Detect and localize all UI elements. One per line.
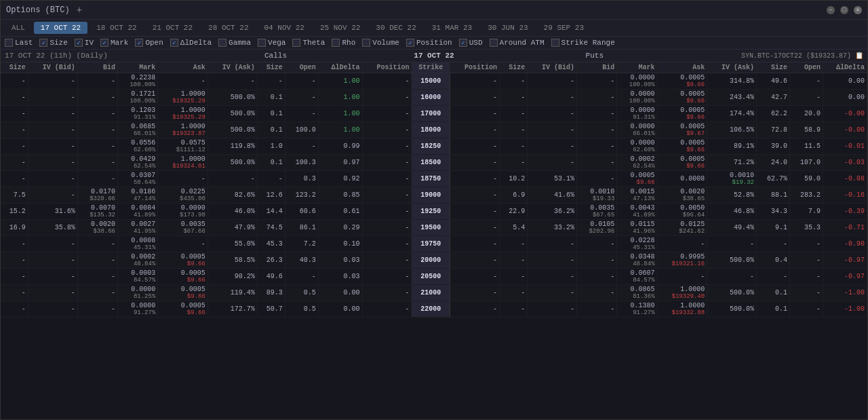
p-delta: -0.97 bbox=[823, 269, 867, 285]
p-iv-ask: 52.8% bbox=[707, 187, 757, 204]
tab-21oct22[interactable]: 21 OCT 22 bbox=[146, 22, 199, 34]
ctrl-position[interactable]: Position bbox=[406, 39, 452, 47]
ctrl-size[interactable]: Size bbox=[39, 39, 67, 47]
ctrl-volume[interactable]: Volume bbox=[362, 39, 399, 47]
around-atm-checkbox[interactable] bbox=[490, 39, 498, 47]
p-iv-ask: 106.5% bbox=[707, 122, 757, 138]
c-ask: 0.0225$435.00 bbox=[158, 187, 208, 204]
c-delta: 1.00 bbox=[318, 106, 362, 122]
table-row: - - - 0.068566.01% 1.0000$19323.87 500.0… bbox=[1, 122, 867, 138]
ctrl-mark[interactable]: Mark bbox=[100, 39, 128, 47]
ctrl-open[interactable]: Open bbox=[135, 39, 163, 47]
rho-checkbox[interactable] bbox=[332, 39, 340, 47]
strike-range-checkbox[interactable] bbox=[551, 39, 559, 47]
mark-checkbox[interactable] bbox=[100, 39, 108, 47]
p-mark: 0.0000100.00% bbox=[617, 90, 657, 106]
tab-17oct22[interactable]: 17 OCT 22 bbox=[34, 22, 87, 34]
p-open: - bbox=[789, 90, 823, 106]
ctrl-theta[interactable]: Theta bbox=[292, 39, 325, 47]
c-position: - bbox=[362, 90, 412, 106]
close-button[interactable]: ✕ bbox=[854, 6, 862, 14]
p-open: - bbox=[789, 252, 823, 269]
c-size2: 50.7 bbox=[257, 301, 285, 318]
p-size2: 24.0 bbox=[756, 155, 789, 171]
tab-04nov22[interactable]: 04 NOV 22 bbox=[258, 22, 311, 34]
p-size2: 39.0 bbox=[756, 138, 789, 155]
p-ask: 0.0005$9.67 bbox=[657, 122, 707, 138]
app-window: Options (BTC) + – □ ✕ ALL 17 OCT 22 18 O… bbox=[0, 0, 868, 420]
p-bid: - bbox=[576, 301, 616, 318]
ctrl-iv[interactable]: IV bbox=[75, 39, 94, 47]
p-position: - bbox=[450, 171, 500, 187]
around-atm-label: Around ATM bbox=[500, 39, 545, 47]
c-position: - bbox=[362, 155, 412, 171]
strike-19500: 19500 bbox=[412, 220, 450, 236]
p-iv-ask: 500.0% bbox=[707, 301, 757, 318]
c-mark: 0.068566.01% bbox=[117, 122, 157, 138]
syn-label: SYN.BTC-17OCT22 ($19323.87) 📋 bbox=[741, 52, 863, 60]
c-size: - bbox=[1, 285, 28, 301]
table-row: - - - 0.042962.54% 1.0000$19324.01 500.0… bbox=[1, 155, 867, 171]
position-checkbox[interactable] bbox=[406, 39, 414, 47]
delta-label: ΔlDelta bbox=[180, 39, 212, 47]
ctrl-gamma[interactable]: Gamma bbox=[218, 39, 251, 47]
c-open: 100.3 bbox=[285, 155, 318, 171]
vega-checkbox[interactable] bbox=[258, 39, 266, 47]
p-size: - bbox=[500, 155, 528, 171]
table-row: - - - 0.000081.25% 0.0005$9.66 119.4% 89… bbox=[1, 285, 867, 301]
tab-28oct22[interactable]: 28 OCT 22 bbox=[201, 22, 255, 34]
p-open: - bbox=[789, 285, 823, 301]
tab-30jun23[interactable]: 30 JUN 23 bbox=[481, 22, 534, 34]
add-tab-button[interactable]: + bbox=[74, 5, 85, 16]
usd-checkbox[interactable] bbox=[459, 39, 467, 47]
iv-checkbox[interactable] bbox=[75, 39, 83, 47]
c-open: 7.2 bbox=[285, 236, 318, 252]
c-delta: 0.00 bbox=[318, 285, 362, 301]
p-delta: -0.00 bbox=[823, 122, 867, 138]
ctrl-vega[interactable]: Vega bbox=[258, 39, 285, 47]
ctrl-strike-range[interactable]: Strike Range bbox=[551, 39, 615, 47]
c-iv-bid: - bbox=[28, 171, 77, 187]
p-bid: 0.0010$19.33 bbox=[576, 187, 616, 204]
volume-checkbox[interactable] bbox=[362, 39, 370, 47]
c-delta: 0.97 bbox=[318, 155, 362, 171]
c-size: - bbox=[1, 236, 28, 252]
strike-18750: 18750 bbox=[412, 171, 450, 187]
open-checkbox[interactable] bbox=[135, 39, 143, 47]
tab-31mar23[interactable]: 31 MAR 23 bbox=[425, 22, 479, 34]
c-iv-ask: 119.4% bbox=[208, 285, 257, 301]
last-checkbox[interactable] bbox=[5, 39, 13, 47]
c-iv-ask: 58.5% bbox=[208, 252, 257, 269]
tab-25nov22[interactable]: 25 NOV 22 bbox=[313, 22, 367, 34]
tab-30dec22[interactable]: 30 DEC 22 bbox=[369, 22, 422, 34]
ctrl-delta[interactable]: ΔlDelta bbox=[170, 39, 212, 47]
minimize-button[interactable]: – bbox=[827, 6, 835, 14]
p-mark: 0.034848.84% bbox=[617, 252, 657, 269]
c-position: - bbox=[362, 171, 412, 187]
p-size2: 49.6 bbox=[756, 73, 789, 90]
theta-checkbox[interactable] bbox=[292, 39, 300, 47]
delta-checkbox[interactable] bbox=[170, 39, 178, 47]
size-checkbox[interactable] bbox=[39, 39, 47, 47]
col-puts-open: Open bbox=[789, 62, 823, 73]
ctrl-last[interactable]: Last bbox=[5, 39, 33, 47]
tab-all[interactable]: ALL bbox=[5, 22, 32, 34]
gamma-checkbox[interactable] bbox=[218, 39, 226, 47]
c-iv-bid: - bbox=[28, 138, 77, 155]
ctrl-usd[interactable]: USD bbox=[459, 39, 483, 47]
ctrl-around-atm[interactable]: Around ATM bbox=[490, 39, 545, 47]
c-size2: 49.6 bbox=[257, 269, 285, 285]
c-iv-bid: 35.8% bbox=[28, 220, 77, 236]
c-size2: 0.1 bbox=[257, 122, 285, 138]
p-position: - bbox=[450, 73, 500, 90]
tab-29sep23[interactable]: 29 SEP 23 bbox=[537, 22, 591, 34]
maximize-button[interactable]: □ bbox=[840, 6, 848, 14]
p-iv-ask: 243.4% bbox=[707, 90, 757, 106]
p-delta: -0.97 bbox=[823, 252, 867, 269]
p-delta: -0.08 bbox=[823, 171, 867, 187]
tab-18oct22[interactable]: 18 OCT 22 bbox=[90, 22, 143, 34]
ctrl-rho[interactable]: Rho bbox=[332, 39, 355, 47]
p-size: - bbox=[500, 138, 528, 155]
c-bid: - bbox=[77, 122, 117, 138]
p-delta: -0.00 bbox=[823, 106, 867, 122]
